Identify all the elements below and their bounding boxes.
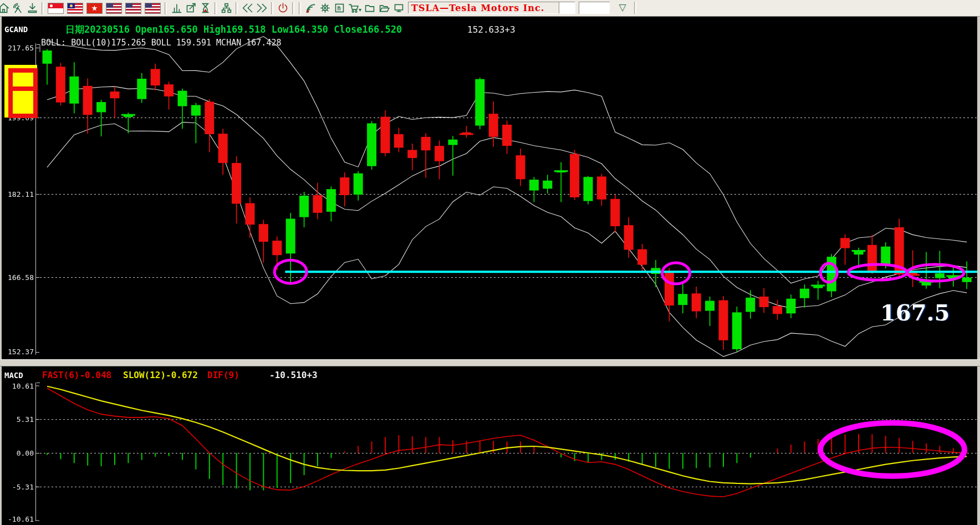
- satellite-icon[interactable]: [11, 2, 25, 15]
- home-icon[interactable]: [0, 2, 11, 15]
- flag-malaysia-icon[interactable]: [67, 3, 83, 14]
- compose-icon[interactable]: [183, 2, 198, 15]
- flag-singapore-icon[interactable]: [48, 3, 64, 14]
- folder-open-icon[interactable]: [377, 2, 391, 15]
- separator: [271, 2, 273, 14]
- flag-usa-icon[interactable]: [106, 3, 122, 14]
- cart-dropdown-icon[interactable]: ▾: [359, 7, 361, 13]
- hourglass-icon[interactable]: [198, 2, 212, 15]
- window-left-border: [0, 17, 2, 525]
- period-badge-glyph-bar: [8, 86, 38, 91]
- separator: [42, 2, 44, 14]
- window-right-border: [977, 17, 980, 525]
- power-icon[interactable]: [275, 2, 290, 15]
- flag-usa-icon-3[interactable]: [145, 3, 161, 14]
- trading-app-window: ▾ TSLA—Tesla Motors Inc. ▽: [0, 0, 980, 525]
- separator: [634, 2, 636, 14]
- toolbar-cell: [559, 2, 575, 14]
- signal-icon[interactable]: [303, 2, 318, 15]
- chevron-down-icon[interactable]: ▽: [615, 1, 630, 14]
- gear-icon[interactable]: [318, 2, 332, 15]
- flag-hongkong-icon[interactable]: [86, 3, 103, 14]
- symbol-search-input[interactable]: [579, 2, 610, 14]
- sitemap-icon[interactable]: [219, 2, 233, 15]
- chart-area[interactable]: [0, 17, 980, 525]
- period-badge-daily[interactable]: [4, 65, 37, 118]
- bar-chart-icon[interactable]: [169, 2, 183, 15]
- separator: [299, 2, 301, 14]
- flag-usa-icon-2[interactable]: [125, 3, 141, 14]
- grid-icon[interactable]: [332, 2, 346, 15]
- rewind-icon[interactable]: [240, 2, 254, 15]
- monitor-icon[interactable]: [391, 2, 406, 15]
- toolbar: ▾ TSLA—Tesla Motors Inc. ▽: [0, 0, 980, 17]
- separator: [236, 2, 238, 14]
- folder-icon[interactable]: [363, 2, 377, 15]
- symbol-title: TSLA—Tesla Motors Inc.: [409, 3, 544, 13]
- separator: [165, 2, 167, 14]
- separator: [215, 2, 217, 14]
- period-badge-glyph: [8, 68, 38, 118]
- fast-forward-icon[interactable]: [254, 2, 269, 15]
- download-icon[interactable]: [25, 2, 39, 15]
- symbol-title-field: TSLA—Tesla Motors Inc.: [408, 2, 574, 14]
- panel-splitter[interactable]: [0, 359, 980, 366]
- separator: [292, 2, 294, 14]
